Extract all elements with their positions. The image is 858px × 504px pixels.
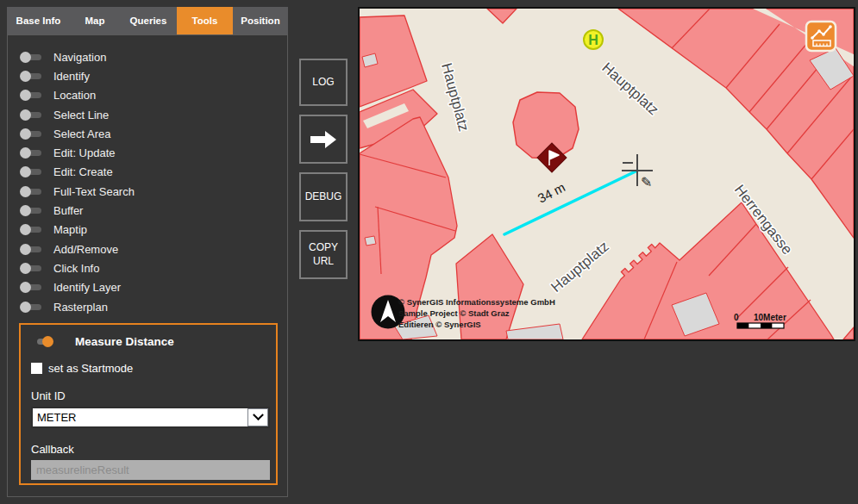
sidebar-item-measure-distance[interactable]: Measure Distance: [31, 335, 276, 348]
toggle-off-icon[interactable]: [20, 205, 42, 216]
startmode-checkbox[interactable]: [31, 363, 42, 374]
sidebar-item-select-area[interactable]: Select Area: [20, 124, 287, 143]
toggle-off-icon[interactable]: [20, 302, 42, 313]
sidebar-item-maptip[interactable]: Maptip: [20, 221, 287, 240]
tab-map[interactable]: Map: [70, 7, 120, 34]
unit-id-select[interactable]: METER: [31, 407, 270, 428]
sidebar-item-select-line[interactable]: Select Line: [20, 105, 287, 124]
startmode-label: set as Startmode: [48, 362, 133, 375]
toggle-off-icon[interactable]: [20, 186, 42, 197]
sidebar-item-edit-create[interactable]: Edit: Create: [20, 163, 287, 182]
unit-id-label: Unit ID: [31, 389, 276, 402]
toggle-on-icon[interactable]: [31, 336, 53, 347]
tab-queries[interactable]: Queries: [120, 7, 177, 34]
map-canvas[interactable]: Hauptplatz Hauptplatz Hauptplatz Herreng…: [358, 7, 855, 341]
sidebar-item-full-text-search[interactable]: Full-Text Search: [20, 182, 287, 201]
callback-label: Callback: [31, 443, 276, 456]
sidebar-item-buffer[interactable]: Buffer: [20, 201, 287, 220]
sidebar-item-identify[interactable]: Identify: [20, 66, 287, 85]
copyright-line-1: © SynerGIS Informationssysteme GmbH: [398, 297, 555, 307]
measure-distance-title: Measure Distance: [75, 335, 174, 348]
chevron-down-icon[interactable]: [247, 408, 268, 426]
tool-list: Navigation Identify Location Select Line…: [8, 35, 287, 316]
debug-button[interactable]: DEBUG: [299, 172, 348, 221]
log-button[interactable]: LOG: [299, 59, 348, 106]
toggle-off-icon[interactable]: [20, 166, 42, 177]
toggle-off-icon[interactable]: [20, 282, 42, 293]
measure-distance-section: Measure Distance set as Startmode Unit I…: [19, 323, 278, 485]
copy-url-button[interactable]: COPY URL: [299, 230, 348, 279]
toggle-off-icon[interactable]: [20, 244, 42, 255]
app-window: Base Info Map Queries Tools Position Nav…: [0, 0, 858, 504]
sidebar-item-location[interactable]: Location: [20, 86, 287, 105]
sidebar-item-rasterplan[interactable]: Rasterplan: [20, 297, 287, 316]
toggle-off-icon[interactable]: [20, 147, 42, 159]
svg-text:0: 0: [734, 313, 739, 322]
arrow-right-icon: [309, 129, 338, 150]
copyright-line-3: Editieren © SynerGIS: [398, 320, 481, 329]
toggle-off-icon[interactable]: [20, 52, 42, 63]
tab-bar: Base Info Map Queries Tools Position: [7, 7, 288, 34]
sidebar-item-identify-layer[interactable]: Identify Layer: [20, 278, 287, 297]
sidebar-item-edit-update[interactable]: Edit: Update: [20, 143, 287, 162]
tab-position[interactable]: Position: [233, 7, 288, 34]
next-button[interactable]: [299, 115, 348, 164]
sidebar-item-add-remove[interactable]: Add/Remove: [20, 240, 287, 258]
toggle-off-icon[interactable]: [20, 224, 42, 235]
transit-stop-icon: H: [584, 30, 603, 49]
svg-text:H: H: [588, 33, 598, 47]
callback-input[interactable]: measurelineResult: [31, 460, 270, 480]
svg-text:10Meter: 10Meter: [754, 313, 786, 322]
tab-base-info[interactable]: Base Info: [7, 7, 70, 34]
startmode-checkbox-row[interactable]: set as Startmode: [31, 362, 276, 375]
pencil-icon: ✎: [641, 175, 652, 190]
toggle-off-icon[interactable]: [20, 128, 42, 140]
tools-panel: Navigation Identify Location Select Line…: [7, 34, 288, 497]
toggle-off-icon[interactable]: [20, 109, 42, 121]
unit-id-value: METER: [33, 411, 247, 424]
toggle-off-icon[interactable]: [20, 263, 42, 274]
toggle-off-icon[interactable]: [20, 71, 42, 82]
copyright-line-2: Sample Project © Stadt Graz: [398, 308, 510, 318]
toggle-off-icon[interactable]: [20, 90, 42, 101]
sidebar-item-navigation[interactable]: Navigation: [20, 47, 287, 66]
measure-chart-button[interactable]: [806, 22, 836, 51]
sidebar-item-click-info[interactable]: Click Info: [20, 258, 287, 277]
tab-tools[interactable]: Tools: [177, 7, 233, 34]
